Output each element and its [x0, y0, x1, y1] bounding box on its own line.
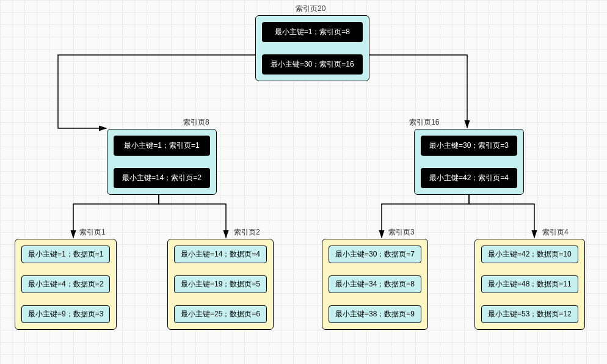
root-node: 最小主键=1；索引页=8 最小主键=30；索引页=16	[255, 15, 369, 81]
leaf1-entry-0: 最小主键=1；数据页=1	[21, 246, 110, 263]
leaf2-node: 最小主键=14；数据页=4 最小主键=19；数据页=5 最小主键=25；数据页=…	[167, 239, 274, 330]
leaf4-entry-2: 最小主键=53；数据页=12	[481, 305, 578, 323]
mid-right-node: 最小主键=30；索引页=3 最小主键=42；索引页=4	[414, 129, 524, 195]
leaf1-node: 最小主键=1；数据页=1 最小主键=4；数据页=2 最小主键=9；数据页=3	[15, 239, 117, 330]
leaf1-entry-1: 最小主键=4；数据页=2	[21, 275, 110, 293]
mid-left-title: 索引页8	[183, 117, 209, 128]
root-title: 索引页20	[296, 4, 325, 14]
root-entry-1: 最小主键=30；索引页=16	[262, 54, 363, 75]
leaf3-entry-1: 最小主键=34；数据页=8	[329, 275, 421, 293]
mid-left-entry-1: 最小主键=14；索引页=2	[114, 168, 210, 188]
leaf3-entry-2: 最小主键=38；数据页=9	[329, 305, 421, 323]
mid-right-title: 索引页16	[409, 117, 439, 128]
leaf4-title: 索引页4	[542, 227, 569, 238]
leaf2-entry-1: 最小主键=19；数据页=5	[174, 275, 267, 293]
root-entry-0: 最小主键=1；索引页=8	[262, 22, 363, 42]
leaf2-entry-0: 最小主键=14；数据页=4	[174, 246, 267, 263]
mid-left-entry-0: 最小主键=1；索引页=1	[114, 136, 210, 156]
leaf2-entry-2: 最小主键=25；数据页=6	[174, 305, 267, 323]
mid-right-entry-0: 最小主键=30；索引页=3	[421, 136, 517, 156]
leaf3-entry-0: 最小主键=30；数据页=7	[329, 246, 421, 263]
leaf3-title: 索引页3	[388, 227, 415, 238]
leaf2-title: 索引页2	[234, 227, 260, 238]
leaf1-title: 索引页1	[79, 227, 106, 238]
leaf1-entry-2: 最小主键=9；数据页=3	[21, 305, 110, 323]
leaf4-node: 最小主键=42；数据页=10 最小主键=48；数据页=11 最小主键=53；数据…	[474, 239, 585, 330]
leaf3-node: 最小主键=30；数据页=7 最小主键=34；数据页=8 最小主键=38；数据页=…	[322, 239, 428, 330]
leaf4-entry-1: 最小主键=48；数据页=11	[481, 275, 578, 293]
mid-right-entry-1: 最小主键=42；索引页=4	[421, 168, 517, 188]
mid-left-node: 最小主键=1；索引页=1 最小主键=14；索引页=2	[107, 129, 217, 195]
leaf4-entry-0: 最小主键=42；数据页=10	[481, 246, 578, 263]
